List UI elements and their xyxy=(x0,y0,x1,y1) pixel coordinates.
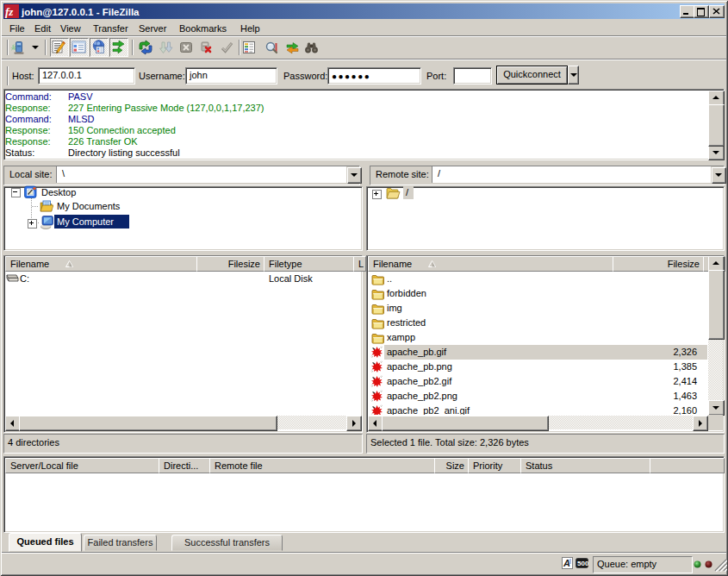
svg-text:500: 500 xyxy=(577,560,588,567)
svg-text:fz: fz xyxy=(5,5,14,18)
svg-text:A: A xyxy=(563,558,570,568)
